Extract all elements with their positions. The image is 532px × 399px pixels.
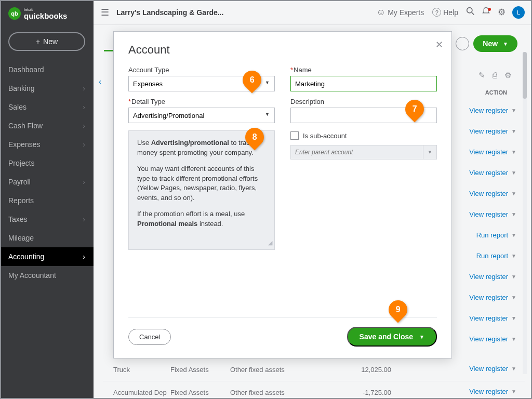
edit-icon[interactable]: ✎ — [478, 71, 485, 80]
person-icon: ☺ — [377, 7, 385, 18]
sidebar-item-accounting[interactable]: Accounting› — [0, 247, 94, 266]
action-label: View register — [469, 107, 508, 114]
chevron-right-icon: › — [83, 215, 85, 223]
sidebar-item-mileage[interactable]: Mileage — [0, 229, 94, 247]
caret-down-icon: ▼ — [511, 108, 516, 113]
sidebar-item-label: Expenses — [8, 140, 40, 149]
plus-icon: + — [36, 37, 40, 46]
name-input[interactable] — [290, 76, 437, 91]
company-name: Larry's Landscaping & Garde... — [116, 8, 373, 17]
sidebar-item-reports[interactable]: Reports — [0, 191, 94, 210]
caret-down-icon: ▼ — [511, 274, 516, 280]
sub-account-checkbox[interactable] — [290, 131, 299, 140]
action-label: View register — [469, 314, 508, 322]
sidebar-item-label: Banking — [8, 84, 35, 92]
scrollbar-track[interactable] — [523, 52, 527, 374]
sidebar-item-expenses[interactable]: Expenses› — [0, 135, 94, 154]
sidebar-item-label: Mileage — [8, 234, 34, 242]
chevron-right-icon: › — [83, 103, 85, 111]
help-icon: ? — [432, 8, 441, 17]
topbar: ☰ Larry's Landscaping & Garde... ☺ My Ex… — [94, 0, 532, 25]
hamburger-icon[interactable]: ☰ — [101, 7, 109, 18]
table-row[interactable]: Truck Fixed Assets Other fixed assets 12… — [103, 358, 525, 381]
search-icon[interactable] — [462, 7, 478, 18]
cancel-button[interactable]: Cancel — [128, 329, 171, 345]
resize-handle-icon[interactable]: ◢ — [268, 239, 272, 247]
cell-type: Fixed Assets — [170, 389, 230, 396]
sidebar-item-payroll[interactable]: Payroll› — [0, 172, 94, 191]
modal-title: Account — [128, 43, 437, 57]
action-label: View register — [469, 294, 508, 301]
action-label: View register — [469, 127, 508, 135]
action-label: View register — [469, 273, 508, 281]
sidebar-item-sales[interactable]: Sales› — [0, 98, 94, 116]
save-and-close-button[interactable]: Save and Close ▼ — [347, 327, 437, 347]
avatar[interactable]: L — [512, 6, 525, 19]
save-button-label: Save and Close — [360, 332, 414, 341]
svg-line-1 — [472, 12, 474, 15]
sidebar-item-label: Projects — [8, 159, 35, 167]
caret-down-icon: ▼ — [511, 149, 516, 155]
row-action[interactable]: View register▼ — [469, 294, 516, 301]
cell-name: Accumulated Dep — [103, 389, 170, 396]
help-link[interactable]: ? Help — [432, 8, 458, 17]
sidebar-item-dashboard[interactable]: Dashboard — [0, 60, 94, 79]
action-column-header: ACTION — [485, 89, 507, 96]
caret-down-icon: ▼ — [511, 253, 516, 259]
caret-down-icon: ▼ — [511, 295, 516, 300]
sidebar-item-label: Cash Flow — [8, 122, 43, 130]
row-action[interactable]: Run report▼ — [476, 231, 516, 239]
close-icon[interactable]: ✕ — [435, 39, 443, 50]
brand-big: quickbooks — [24, 11, 67, 20]
row-action[interactable]: View register▼ — [469, 190, 516, 197]
notifications-icon[interactable] — [478, 7, 494, 18]
row-action[interactable]: Run report▼ — [476, 252, 516, 260]
gear-icon[interactable]: ⚙ — [494, 7, 509, 18]
sidebar-item-taxes[interactable]: Taxes› — [0, 210, 94, 229]
chevron-right-icon: › — [83, 178, 85, 186]
row-action[interactable]: View register▼ — [469, 127, 516, 135]
table-row[interactable]: Accumulated Dep Fixed Assets Other fixed… — [103, 381, 525, 399]
cell-detail: Other fixed assets — [230, 366, 308, 374]
sidebar-item-cash-flow[interactable]: Cash Flow› — [0, 116, 94, 135]
row-action[interactable]: View register▼ — [469, 365, 516, 373]
row-action[interactable]: View register▼ — [469, 388, 516, 395]
row-action[interactable]: View register▼ — [469, 335, 516, 343]
sidebar-item-label: Accounting — [8, 252, 44, 261]
caret-down-icon: ▼ — [511, 315, 516, 321]
sidebar-item-projects[interactable]: Projects — [0, 154, 94, 172]
row-action[interactable]: View register▼ — [469, 314, 516, 322]
row-action[interactable]: View register▼ — [469, 169, 516, 177]
collapse-panel-icon[interactable]: ‹ — [99, 77, 101, 86]
cell-name: Truck — [103, 366, 170, 374]
chevron-right-icon: › — [83, 140, 85, 149]
row-action[interactable]: View register▼ — [469, 210, 516, 218]
name-label: Name — [290, 66, 437, 74]
caret-down-icon: ▼ — [511, 191, 516, 196]
row-action[interactable]: View register▼ — [469, 273, 516, 281]
parent-account-input — [290, 145, 423, 159]
caret-down-icon: ▼ — [511, 336, 516, 342]
my-experts-link[interactable]: ☺ My Experts — [377, 7, 424, 18]
action-label: View register — [469, 169, 508, 177]
sidebar-item-banking[interactable]: Banking› — [0, 79, 94, 98]
new-account-button[interactable]: New ▼ — [473, 35, 517, 52]
row-action[interactable]: View register▼ — [469, 148, 516, 156]
action-label: View register — [469, 365, 508, 373]
action-label: Run report — [476, 252, 508, 260]
sidebar-new-button[interactable]: + New — [8, 32, 85, 51]
action-label: View register — [469, 210, 508, 218]
sidebar-item-label: Sales — [8, 103, 26, 111]
unknown-circle-button[interactable] — [456, 37, 469, 50]
sidebar-item-label: Reports — [8, 196, 34, 205]
table-settings-icon[interactable]: ⚙ — [504, 71, 511, 80]
left-sidebar: qb intuit quickbooks + New Dashboard Ban… — [0, 0, 94, 399]
svg-point-0 — [467, 7, 472, 12]
sidebar-item-my-accountant[interactable]: My Accountant — [0, 266, 94, 285]
print-icon[interactable]: ⎙ — [493, 71, 497, 80]
detail-type-select[interactable] — [128, 108, 275, 123]
scrollbar-thumb[interactable] — [523, 52, 527, 99]
cell-detail: Other fixed assets — [230, 389, 308, 396]
brand-badge: qb — [8, 7, 21, 20]
row-action[interactable]: View register▼ — [469, 107, 516, 114]
